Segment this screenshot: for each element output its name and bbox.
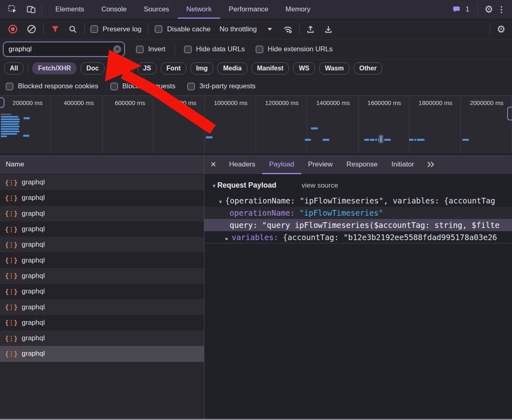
device-toolbar-icon[interactable] bbox=[24, 2, 38, 16]
more-options-dots-icon[interactable]: ⋮ bbox=[496, 2, 507, 16]
filter-chip-doc[interactable]: Doc bbox=[81, 62, 104, 74]
tab-performance[interactable]: Performance bbox=[220, 0, 277, 19]
request-row[interactable]: {⋮}graphql bbox=[0, 330, 204, 346]
tab-console[interactable]: Console bbox=[93, 0, 135, 19]
record-network-log-icon[interactable] bbox=[7, 24, 19, 34]
request-list: {⋮}graphql{⋮}graphql{⋮}graphql{⋮}graphql… bbox=[0, 175, 204, 362]
network-settings-gear-icon[interactable]: ⚙ bbox=[497, 24, 505, 35]
filter-input[interactable] bbox=[3, 42, 125, 57]
timeline-label: 400000 ms bbox=[51, 96, 103, 154]
payload-query-line-highlighted[interactable]: query: "query ipFlowTimeseries($accountT… bbox=[204, 219, 512, 231]
tree-expand-arrow-icon[interactable]: ▼ bbox=[219, 199, 222, 205]
tab-network[interactable]: Network bbox=[178, 0, 220, 19]
filter-chip-fetch-xhr[interactable]: Fetch/XHR bbox=[32, 62, 77, 74]
filter-chip-ws[interactable]: WS bbox=[293, 62, 315, 74]
clear-filter-icon[interactable]: ✕ bbox=[113, 45, 121, 53]
request-row[interactable]: {⋮}graphql bbox=[0, 175, 204, 190]
request-row[interactable]: {⋮}graphql bbox=[0, 315, 204, 330]
toolbar-separator bbox=[477, 4, 478, 15]
fetch-xhr-resource-icon: {⋮} bbox=[5, 272, 17, 280]
search-icon[interactable] bbox=[67, 25, 79, 34]
import-har-upload-icon[interactable] bbox=[304, 25, 317, 34]
close-detail-icon[interactable]: ✕ bbox=[204, 155, 222, 174]
request-row[interactable]: {⋮}graphql bbox=[0, 284, 204, 299]
tab-memory[interactable]: Memory bbox=[277, 0, 319, 19]
request-row[interactable]: {⋮}graphql bbox=[0, 252, 204, 268]
waterfall-bar bbox=[1, 131, 20, 132]
filter-chip-manifest[interactable]: Manifest bbox=[252, 62, 289, 74]
waterfall-bar bbox=[1, 128, 19, 130]
settings-gear-icon[interactable]: ⚙ bbox=[482, 2, 496, 16]
invert-checkbox[interactable] bbox=[136, 46, 144, 53]
request-row[interactable]: {⋮}graphql bbox=[0, 237, 204, 252]
third-party-requests-checkbox[interactable] bbox=[187, 83, 195, 90]
request-row[interactable]: {⋮}graphql bbox=[0, 190, 204, 206]
filter-chip-img[interactable]: Img bbox=[190, 62, 213, 74]
toolbar-separator bbox=[43, 24, 44, 35]
name-column-header[interactable]: Name bbox=[0, 155, 204, 175]
waterfall-bar bbox=[364, 139, 369, 141]
resource-type-filter-chips: AllFetch/XHRDocCSSJSFontImgMediaManifest… bbox=[0, 59, 512, 77]
payload-variables-line[interactable]: ▶variables: {accountTag: "b12e3b2192ee55… bbox=[204, 231, 512, 243]
more-tabs-chevron-icon[interactable] bbox=[421, 155, 441, 174]
filter-chip-media[interactable]: Media bbox=[217, 62, 247, 74]
network-main-area: Name {⋮}graphql{⋮}graphql{⋮}graphql{⋮}gr… bbox=[0, 155, 512, 419]
disable-cache-checkbox[interactable] bbox=[155, 25, 162, 33]
filter-chip-css[interactable]: CSS bbox=[109, 62, 133, 74]
payload-operation-name-line[interactable]: operationName: "ipFlowTimeseries" bbox=[204, 207, 512, 219]
preserve-log-checkbox[interactable] bbox=[90, 25, 98, 33]
filter-chip-other[interactable]: Other bbox=[354, 62, 383, 74]
filter-chip-font[interactable]: Font bbox=[161, 62, 186, 74]
waterfall-bar bbox=[305, 139, 311, 141]
detail-tab-initiator[interactable]: Initiator bbox=[385, 155, 421, 174]
network-conditions-icon[interactable] bbox=[281, 25, 294, 34]
detail-tab-preview[interactable]: Preview bbox=[301, 155, 339, 174]
blocked-requests-control: Blocked requests bbox=[110, 82, 175, 90]
blocked-response-cookies-checkbox[interactable] bbox=[6, 83, 13, 90]
chip-separator bbox=[28, 63, 28, 73]
payload-preview-line[interactable]: ▼{operationName: "ipFlowTimeseries", var… bbox=[204, 195, 512, 207]
tab-label: Console bbox=[101, 5, 127, 13]
waterfall-bar bbox=[1, 114, 11, 115]
section-expand-arrow-icon[interactable]: ▼ bbox=[212, 183, 217, 189]
timeline-left-grip[interactable] bbox=[0, 97, 4, 108]
request-row[interactable]: {⋮}graphql bbox=[0, 299, 204, 315]
hide-data-urls-label: Hide data URLs bbox=[196, 45, 245, 53]
filter-chip-all[interactable]: All bbox=[4, 62, 24, 74]
filter-chip-wasm[interactable]: Wasm bbox=[319, 62, 350, 74]
hide-data-urls-checkbox[interactable] bbox=[184, 46, 192, 53]
request-row[interactable]: {⋮}graphql bbox=[0, 221, 204, 237]
export-har-download-icon[interactable] bbox=[322, 25, 335, 34]
filter-funnel-icon[interactable] bbox=[49, 25, 61, 33]
inspect-element-icon[interactable] bbox=[6, 2, 20, 16]
detail-tab-response[interactable]: Response bbox=[339, 155, 385, 174]
timeline-right-grip[interactable] bbox=[507, 107, 512, 120]
throttling-select[interactable]: No throttling bbox=[219, 25, 272, 33]
issues-message-icon[interactable] bbox=[449, 2, 463, 16]
timeline-label: 2000000 ms bbox=[461, 96, 512, 154]
timeline-label: 1000000 ms bbox=[205, 96, 256, 154]
waterfall-bar bbox=[1, 121, 20, 122]
blocked-requests-checkbox[interactable] bbox=[110, 83, 118, 90]
network-overview-timeline[interactable]: 200000 ms400000 ms600000 ms800000 ms1000… bbox=[0, 96, 512, 155]
clear-network-log-icon[interactable] bbox=[25, 24, 37, 34]
timeline-label: 1200000 ms bbox=[256, 96, 307, 154]
tree-collapsed-arrow-icon[interactable]: ▶ bbox=[225, 236, 228, 241]
waterfall-bar bbox=[409, 139, 414, 141]
hide-extension-urls-checkbox[interactable] bbox=[256, 46, 263, 53]
waterfall-bar bbox=[1, 136, 7, 137]
blocked-response-cookies-control: Blocked response cookies bbox=[6, 82, 98, 90]
detail-tab-payload[interactable]: Payload bbox=[262, 155, 301, 174]
view-source-link[interactable]: view source bbox=[302, 182, 338, 190]
detail-tab-headers[interactable]: Headers bbox=[222, 155, 262, 174]
fetch-xhr-resource-icon: {⋮} bbox=[5, 303, 17, 311]
request-row[interactable]: {⋮}graphql bbox=[0, 268, 204, 284]
filter-chip-js[interactable]: JS bbox=[138, 62, 157, 74]
tab-sources[interactable]: Sources bbox=[135, 0, 177, 19]
waterfall-bar bbox=[206, 136, 212, 138]
request-row[interactable]: {⋮}graphql bbox=[0, 206, 204, 221]
waterfall-bar bbox=[24, 117, 30, 119]
hide-data-urls-control: Hide data URLs bbox=[184, 45, 245, 53]
request-row[interactable]: {⋮}graphql bbox=[0, 346, 204, 361]
tab-elements[interactable]: Elements bbox=[47, 0, 93, 19]
